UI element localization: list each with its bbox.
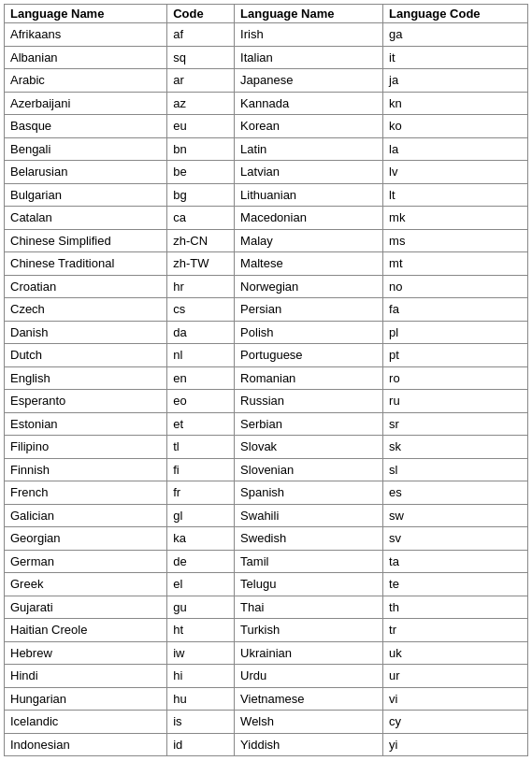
cell-r3-c2: Kannada (235, 92, 383, 115)
cell-r25-c3: th (383, 596, 528, 619)
table-row: GreekelTelugute (5, 573, 528, 596)
cell-r20-c3: es (383, 481, 528, 505)
cell-r8-c0: Catalan (5, 207, 167, 230)
cell-r2-c1: ar (167, 69, 235, 93)
cell-r6-c1: be (167, 161, 235, 184)
cell-r10-c0: Chinese Traditional (5, 252, 167, 276)
table-row: Haitian CreolehtTurkishtr (5, 619, 528, 642)
cell-r7-c3: lt (383, 183, 528, 207)
cell-r26-c2: Turkish (235, 619, 383, 642)
cell-r28-c3: ur (383, 665, 528, 688)
cell-r27-c0: Hebrew (5, 641, 167, 665)
cell-r20-c0: French (5, 481, 167, 505)
table-row: FinnishfiSloveniansl (5, 458, 528, 481)
cell-r23-c1: de (167, 550, 235, 573)
cell-r23-c0: German (5, 550, 167, 573)
cell-r3-c3: kn (383, 92, 528, 115)
cell-r8-c3: mk (383, 207, 528, 230)
table-row: AzerbaijaniazKannadakn (5, 92, 528, 115)
cell-r4-c3: ko (383, 115, 528, 138)
table-row: Chinese Simplifiedzh-CNMalayms (5, 229, 528, 252)
cell-r14-c2: Portuguese (235, 344, 383, 367)
table-row: BasqueeuKoreanko (5, 115, 528, 138)
cell-r29-c0: Hungarian (5, 687, 167, 711)
cell-r15-c0: English (5, 366, 167, 390)
cell-r11-c2: Norwegian (235, 275, 383, 298)
cell-r19-c0: Finnish (5, 458, 167, 481)
cell-r27-c1: iw (167, 641, 235, 665)
cell-r29-c3: vi (383, 687, 528, 711)
cell-r30-c1: is (167, 711, 235, 734)
cell-r7-c0: Bulgarian (5, 183, 167, 207)
cell-r15-c1: en (167, 366, 235, 390)
cell-r21-c1: gl (167, 504, 235, 527)
language-table: Language Name Code Language Name Languag… (4, 4, 528, 756)
table-row: Chinese Traditionalzh-TWMaltesemt (5, 252, 528, 276)
table-row: FrenchfrSpanishes (5, 481, 528, 505)
cell-r3-c1: az (167, 92, 235, 115)
cell-r14-c0: Dutch (5, 344, 167, 367)
cell-r23-c3: ta (383, 550, 528, 573)
cell-r1-c3: it (383, 46, 528, 69)
cell-r16-c2: Russian (235, 390, 383, 413)
cell-r5-c3: la (383, 137, 528, 161)
cell-r28-c2: Urdu (235, 665, 383, 688)
cell-r12-c0: Czech (5, 298, 167, 322)
cell-r1-c2: Italian (235, 46, 383, 69)
cell-r15-c3: ro (383, 366, 528, 390)
cell-r0-c2: Irish (235, 23, 383, 47)
cell-r12-c1: cs (167, 298, 235, 322)
cell-r0-c0: Afrikaans (5, 23, 167, 47)
cell-r16-c1: eo (167, 390, 235, 413)
cell-r17-c3: sr (383, 412, 528, 436)
cell-r27-c3: uk (383, 641, 528, 665)
table-row: GujaratiguThaith (5, 596, 528, 619)
cell-r14-c1: nl (167, 344, 235, 367)
cell-r28-c1: hi (167, 665, 235, 688)
cell-r1-c0: Albanian (5, 46, 167, 69)
cell-r31-c2: Yiddish (235, 733, 383, 756)
table-row: GermandeTamilta (5, 550, 528, 573)
cell-r31-c1: id (167, 733, 235, 756)
cell-r17-c1: et (167, 412, 235, 436)
cell-r13-c0: Danish (5, 321, 167, 344)
cell-r9-c1: zh-CN (167, 229, 235, 252)
table-row: IcelandicisWelshcy (5, 711, 528, 734)
table-row: GeorgiankaSwedishsv (5, 527, 528, 551)
cell-r25-c2: Thai (235, 596, 383, 619)
col-header-language-code-2: Language Code (383, 5, 528, 23)
cell-r24-c1: el (167, 573, 235, 596)
table-row: HindihiUrduur (5, 665, 528, 688)
cell-r12-c2: Persian (235, 298, 383, 322)
cell-r20-c2: Spanish (235, 481, 383, 505)
cell-r4-c1: eu (167, 115, 235, 138)
table-row: EsperantoeoRussianru (5, 390, 528, 413)
cell-r5-c1: bn (167, 137, 235, 161)
cell-r18-c3: sk (383, 436, 528, 459)
cell-r22-c3: sv (383, 527, 528, 551)
cell-r19-c3: sl (383, 458, 528, 481)
table-row: DanishdaPolishpl (5, 321, 528, 344)
table-row: AlbaniansqItalianit (5, 46, 528, 69)
col-header-language-name-1: Language Name (5, 5, 167, 23)
table-row: CatalancaMacedonianmk (5, 207, 528, 230)
cell-r4-c2: Korean (235, 115, 383, 138)
cell-r18-c1: tl (167, 436, 235, 459)
cell-r16-c0: Esperanto (5, 390, 167, 413)
cell-r30-c3: cy (383, 711, 528, 734)
cell-r22-c2: Swedish (235, 527, 383, 551)
table-row: CzechcsPersianfa (5, 298, 528, 322)
cell-r21-c2: Swahili (235, 504, 383, 527)
cell-r25-c0: Gujarati (5, 596, 167, 619)
cell-r29-c1: hu (167, 687, 235, 711)
table-row: BengalibnLatinla (5, 137, 528, 161)
cell-r21-c3: sw (383, 504, 528, 527)
table-row: HebrewiwUkrainianuk (5, 641, 528, 665)
cell-r15-c2: Romanian (235, 366, 383, 390)
col-header-code-1: Code (167, 5, 235, 23)
cell-r7-c1: bg (167, 183, 235, 207)
cell-r31-c0: Indonesian (5, 733, 167, 756)
cell-r17-c2: Serbian (235, 412, 383, 436)
cell-r0-c1: af (167, 23, 235, 47)
cell-r18-c0: Filipino (5, 436, 167, 459)
